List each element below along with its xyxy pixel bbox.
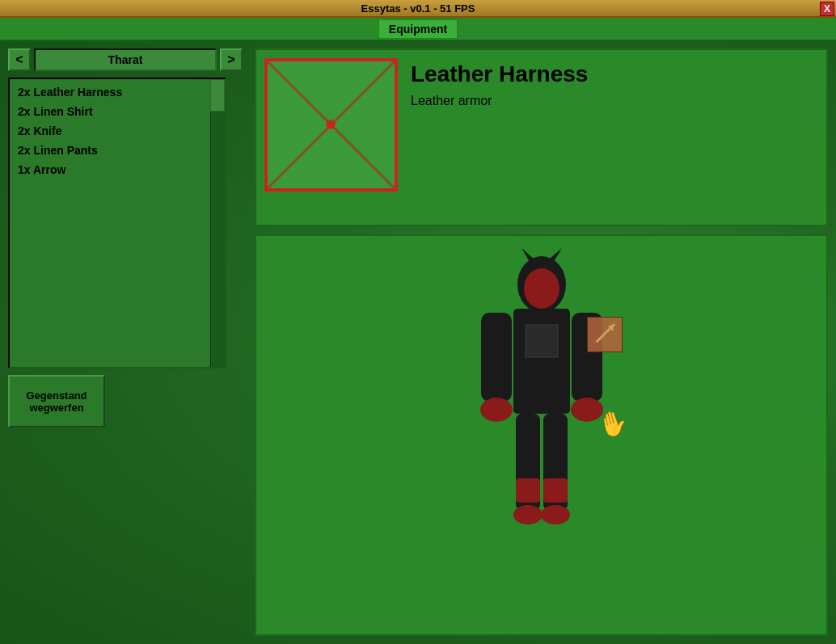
item-preview-panel: Leather Harness Leather armor [255, 48, 828, 226]
item-name: Leather Harness [411, 61, 588, 87]
drop-item-button[interactable]: Gegenstand wegwerfen [8, 375, 105, 427]
svg-marker-5 [521, 248, 534, 262]
svg-rect-17 [543, 478, 568, 503]
item-info: Leather Harness Leather armor [411, 58, 588, 108]
character-display: ✋ [255, 234, 828, 636]
prev-character-button[interactable]: < [8, 48, 31, 71]
character-selector: < Tharat > [8, 48, 243, 71]
svg-point-18 [513, 505, 543, 524]
item-list-scrollbar[interactable] [210, 79, 225, 367]
left-panel: < Tharat > 2x Leather Harness 2x Linen S… [8, 48, 243, 427]
list-item[interactable]: 2x Linen Pants [15, 142, 220, 158]
arrow-icon [590, 320, 619, 349]
tab-bar: Equipment [0, 18, 836, 40]
scrollbar-thumb[interactable] [210, 79, 225, 112]
tab-equipment[interactable]: Equipment [378, 19, 458, 39]
character-figure [453, 244, 631, 636]
svg-rect-10 [481, 313, 512, 402]
item-type: Leather armor [411, 94, 588, 108]
item-list: 2x Leather Harness 2x Linen Shirt 2x Kni… [8, 78, 226, 368]
next-character-button[interactable]: > [220, 48, 243, 71]
window-title: Essytas - v0.1 - 51 FPS [361, 2, 475, 15]
svg-rect-16 [516, 478, 540, 503]
svg-point-7 [524, 268, 559, 309]
title-bar: Essytas - v0.1 - 51 FPS X [0, 0, 836, 18]
arrow-item[interactable] [587, 317, 623, 352]
list-item[interactable]: 2x Knife [15, 123, 220, 139]
character-name: Tharat [34, 48, 217, 71]
svg-marker-6 [550, 248, 562, 262]
main-area: < Tharat > 2x Leather Harness 2x Linen S… [0, 40, 836, 644]
item-placeholder-image [268, 61, 395, 188]
close-button[interactable]: X [820, 2, 834, 16]
list-item[interactable]: 1x Arrow [15, 162, 220, 178]
list-item[interactable]: 2x Leather Harness [15, 84, 220, 100]
list-item[interactable]: 2x Linen Shirt [15, 103, 220, 120]
svg-point-11 [480, 398, 513, 422]
svg-point-13 [571, 398, 603, 422]
item-image [264, 58, 398, 192]
svg-point-3 [326, 120, 335, 128]
svg-rect-9 [526, 325, 558, 357]
svg-point-19 [541, 505, 570, 524]
